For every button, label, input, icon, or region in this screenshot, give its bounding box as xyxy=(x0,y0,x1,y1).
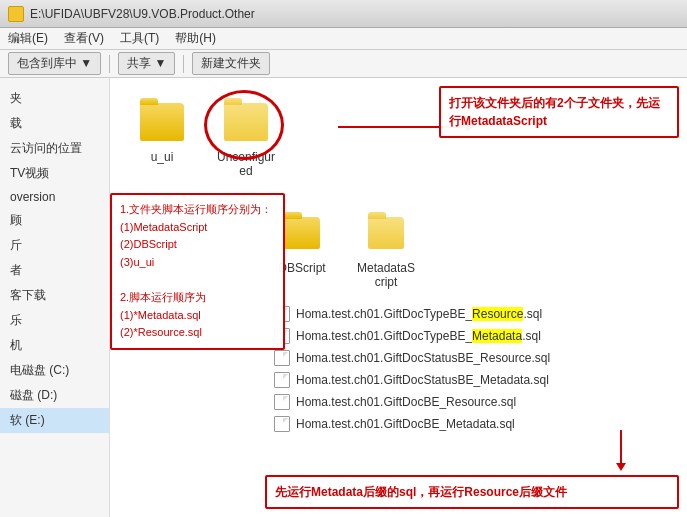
folder-dbscript-icon xyxy=(284,217,320,249)
folder-unconfigured-icon-wrapper xyxy=(218,98,274,146)
file-item-1[interactable]: Homa.test.ch01.GiftDocTypeBE_Resource.sq… xyxy=(270,304,667,324)
folder-unconfigured[interactable]: Unconfigured xyxy=(214,98,278,179)
toolbar-separator xyxy=(109,55,110,73)
file-name-2: Homa.test.ch01.GiftDocTypeBE_Metadata.sq… xyxy=(296,329,541,343)
menu-tools[interactable]: 工具(T) xyxy=(120,30,159,47)
menu-edit[interactable]: 编辑(E) xyxy=(8,30,48,47)
folder-metadatascript[interactable]: MetadataScript xyxy=(354,209,418,290)
sidebar-item-download[interactable]: 客下载 xyxy=(0,283,109,308)
window-title: E:\UFIDA\UBFV28\U9.VOB.Product.Other xyxy=(30,7,255,21)
annotation-left-text: 1.文件夹脚本运行顺序分别为： (1)MetadataScript (2)DBS… xyxy=(120,201,275,342)
file-item-5[interactable]: Homa.test.ch01.GiftDocBE_Resource.sql xyxy=(270,392,667,412)
file-name-1: Homa.test.ch01.GiftDocTypeBE_Resource.sq… xyxy=(296,307,542,321)
file-icon-3 xyxy=(274,350,290,366)
sidebar-item-folder2[interactable]: 载 xyxy=(0,111,109,136)
toolbar: 包含到库中 ▼ 共享 ▼ 新建文件夹 xyxy=(0,50,687,78)
folder-metadatascript-label: MetadataScript xyxy=(354,261,418,290)
sidebar-item-driveC[interactable]: 电磁盘 (C:) xyxy=(0,358,109,383)
sidebar-item-cloud[interactable]: 云访问的位置 xyxy=(0,136,109,161)
new-folder-button[interactable]: 新建文件夹 xyxy=(192,52,270,75)
folder-dbscript-label: DBScript xyxy=(278,261,325,275)
annotation-bottom: 先运行Metadata后缀的sql，再运行Resource后缀文件 xyxy=(265,475,679,509)
folder-u_ui[interactable]: u_ui xyxy=(130,98,194,164)
folder-unconfigured-label: Unconfigured xyxy=(214,150,278,179)
arrow-bottom-vertical xyxy=(620,430,622,465)
arrow-bottom-head xyxy=(616,463,626,471)
sidebar-item-tv[interactable]: TV视频 xyxy=(0,161,109,186)
main-layout: 夹 载 云访问的位置 TV视频 oversion 顾 斤 者 客下载 乐 机 电… xyxy=(0,78,687,517)
menu-view[interactable]: 查看(V) xyxy=(64,30,104,47)
title-bar: E:\UFIDA\UBFV28\U9.VOB.Product.Other xyxy=(0,0,687,28)
sidebar-item-ji[interactable]: 机 xyxy=(0,333,109,358)
folder-metadatascript-icon-wrapper xyxy=(358,209,414,257)
folder-u_ui-label: u_ui xyxy=(151,150,174,164)
sidebar-item-driveE[interactable]: 软 (E:) xyxy=(0,408,109,433)
sidebar-item-oversion[interactable]: oversion xyxy=(0,186,109,208)
share-button[interactable]: 共享 ▼ xyxy=(118,52,175,75)
folder-u_ui-icon-wrapper xyxy=(134,98,190,146)
sidebar-item-driveD[interactable]: 磁盘 (D:) xyxy=(0,383,109,408)
file-name-5: Homa.test.ch01.GiftDocBE_Resource.sql xyxy=(296,395,516,409)
file-icon-4 xyxy=(274,372,290,388)
sidebar-item-le[interactable]: 乐 xyxy=(0,308,109,333)
folder-unconfigured-icon xyxy=(224,103,268,141)
menu-help[interactable]: 帮助(H) xyxy=(175,30,216,47)
file-item-2[interactable]: Homa.test.ch01.GiftDocTypeBE_Metadata.sq… xyxy=(270,326,667,346)
file-item-4[interactable]: Homa.test.ch01.GiftDocStatusBE_Metadata.… xyxy=(270,370,667,390)
sidebar-item-folder1[interactable]: 夹 xyxy=(0,86,109,111)
file-icon-5 xyxy=(274,394,290,410)
file-icon-6 xyxy=(274,416,290,432)
file-item-3[interactable]: Homa.test.ch01.GiftDocStatusBE_Resource.… xyxy=(270,348,667,368)
file-name-6: Homa.test.ch01.GiftDocBE_Metadata.sql xyxy=(296,417,515,431)
sidebar: 夹 载 云访问的位置 TV视频 oversion 顾 斤 者 客下载 乐 机 电… xyxy=(0,78,110,517)
folder-metadatascript-icon xyxy=(368,217,404,249)
sidebar-item-zhe[interactable]: 者 xyxy=(0,258,109,283)
annotation-top-right: 打开该文件夹后的有2个子文件夹，先运行MetadataScript xyxy=(439,86,679,138)
menu-bar: 编辑(E) 查看(V) 工具(T) 帮助(H) xyxy=(0,28,687,50)
content-area: u_ui Unconfigured DBScript xyxy=(110,78,687,517)
window-icon xyxy=(8,6,24,22)
annotation-left: 1.文件夹脚本运行顺序分别为： (1)MetadataScript (2)DBS… xyxy=(110,193,285,350)
toolbar-separator-2 xyxy=(183,55,184,73)
file-name-3: Homa.test.ch01.GiftDocStatusBE_Resource.… xyxy=(296,351,550,365)
include-library-button[interactable]: 包含到库中 ▼ xyxy=(8,52,101,75)
sidebar-item-gu[interactable]: 顾 xyxy=(0,208,109,233)
file-item-6[interactable]: Homa.test.ch01.GiftDocBE_Metadata.sql xyxy=(270,414,667,434)
file-name-4: Homa.test.ch01.GiftDocStatusBE_Metadata.… xyxy=(296,373,549,387)
folder-u_ui-icon xyxy=(140,103,184,141)
sidebar-item-jin[interactable]: 斤 xyxy=(0,233,109,258)
